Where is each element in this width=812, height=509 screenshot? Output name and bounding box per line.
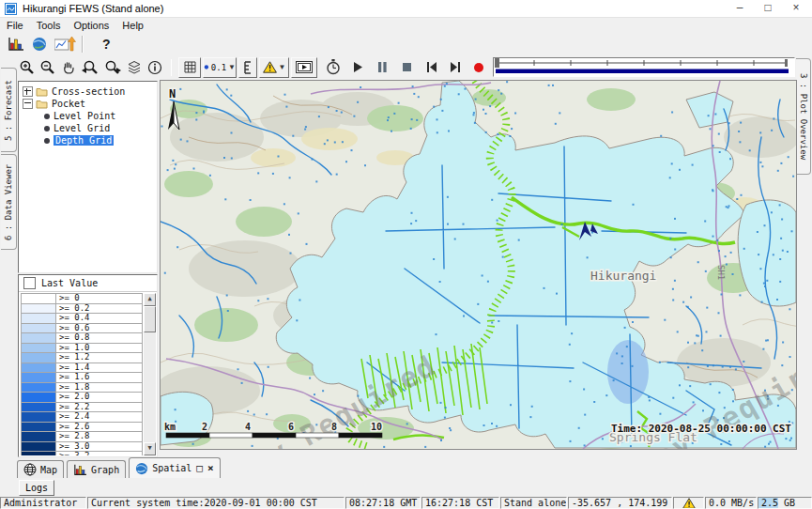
legend-swatch [22,423,56,432]
legend-row[interactable]: >= 2.8 [22,432,143,442]
animation-dialog-button[interactable] [291,57,317,78]
zoom-previous-icon[interactable] [82,60,99,75]
legend-list: >= 0>= 0.2>= 0.4>= 0.6>= 0.8>= 1.0>= 1.2… [21,293,143,455]
collapse-icon[interactable] [23,99,33,109]
scroll-up-icon[interactable]: ▲ [144,293,156,306]
time-slider[interactable] [493,57,795,77]
logs-button[interactable]: Logs [19,480,54,496]
legend-label: >= 1.6 [56,373,143,382]
tab-graph[interactable]: Graph [67,460,126,478]
stop-button[interactable] [402,62,412,72]
legend-row[interactable]: >= 2.0 [22,393,143,403]
legend-label: >= 0 [56,294,143,303]
play-button[interactable] [353,62,363,72]
legend-label: >= 0.4 [56,314,143,323]
legend-scrollbar[interactable]: ▲ ▼ [144,293,156,455]
dot-icon [204,64,209,70]
graph-icon [73,464,87,476]
threshold-dropdown-button[interactable]: 0.1 ▼ [203,57,237,78]
slider-thumb[interactable] [495,58,499,68]
info-icon[interactable] [147,60,162,75]
legend-swatch [22,353,56,362]
legend-panel: Last Value >= 0>= 0.2>= 0.4>= 0.6>= 0.8>… [18,274,158,457]
menu-file[interactable]: File [0,20,30,31]
pause-button[interactable] [377,62,388,72]
ruler-icon [243,61,253,74]
legend-swatch [22,412,56,422]
town-label: Hikurangi [590,269,656,283]
scroll-thumb[interactable] [144,306,156,332]
zoom-in-icon[interactable] [20,60,35,75]
map-view[interactable]: API Key Required API Key Required Hikura… [160,80,797,450]
legend-label: >= 3.0 [56,442,143,452]
legend-label: >= 1.8 [56,383,143,393]
data-viewer-panel: Cross-section Pocket Level Point Level G… [17,80,159,457]
tree-node-cross-section[interactable]: Cross-section [19,85,157,98]
minimize-button[interactable]: – [726,0,754,16]
map-toolbar: 0.1 ▼ ▼ [17,54,796,80]
legend-row[interactable]: >= 1.6 [22,373,143,383]
svg-text:6: 6 [288,422,294,432]
bottom-tab-bar: Map Graph Spatial □ × [17,458,223,478]
menu-bar: File Tools Options Help [0,18,812,33]
legend-swatch [22,393,56,402]
menu-help[interactable]: Help [115,20,150,31]
legend-label: >= 0.8 [56,333,143,343]
timer-icon[interactable] [326,59,341,75]
pan-hand-icon[interactable] [61,60,76,75]
tree-node-label: Cross-section [52,86,125,97]
tree-node-pocket[interactable]: Pocket [19,98,157,110]
tree-node-label: Level Grid [54,123,110,133]
record-button[interactable] [473,62,484,73]
last-value-checkbox[interactable] [23,277,36,289]
legend-row[interactable]: >= 2.4 [22,412,143,423]
legend-swatch [22,363,56,373]
tab-map[interactable]: Map [17,460,64,478]
grid-display-button[interactable] [178,57,201,78]
skip-end-button[interactable] [450,62,461,72]
tab-spatial[interactable]: Spatial □ × [129,457,220,478]
help-button[interactable]: ? [102,37,111,52]
status-memory: 2.5 GB [758,497,812,509]
timeseries-dialog-icon[interactable] [54,37,76,52]
menu-options[interactable]: Options [67,20,115,31]
status-warning-cell[interactable] [673,497,704,509]
svg-text:2: 2 [202,422,207,432]
tree-node-depth-grid[interactable]: Depth Grid [19,134,157,147]
tree-node-level-point[interactable]: Level Point [19,110,157,122]
legend-label: >= 2.4 [56,412,143,422]
tab-forecast[interactable]: 5 : Forecast [1,68,17,152]
zoom-next-icon[interactable] [104,60,121,75]
close-button[interactable]: × [782,0,810,16]
legend-row[interactable]: >= 3.2 [22,452,143,455]
scale-bar-button[interactable] [238,57,257,78]
toolbar-separator [82,36,84,53]
tree-node-label-selected: Depth Grid [54,135,114,146]
globe-icon[interactable] [32,37,47,52]
tree-node-level-grid[interactable]: Level Grid [19,122,157,134]
legend-row[interactable]: >= 0.4 [22,314,143,324]
status-gmt-time: 08:27:18 GMT [345,497,421,509]
expand-icon[interactable] [23,86,33,97]
menu-tools[interactable]: Tools [30,20,68,31]
float-panel-icon[interactable]: □ [196,462,203,474]
layers-icon[interactable] [127,60,142,75]
grid-icon [184,61,196,73]
skip-start-button[interactable] [426,62,437,72]
zoom-out-icon[interactable] [40,60,55,75]
legend-swatch [22,333,56,343]
tab-plot-overview[interactable]: 3 : Plot Overview [796,58,811,175]
close-panel-icon[interactable]: × [207,462,214,474]
status-system-time: Current system time:2020-09-01 00:00 CST [87,497,345,509]
maximize-button[interactable]: □ [754,0,782,16]
scroll-down-icon[interactable]: ▼ [144,442,156,455]
tab-data-viewer[interactable]: 6 : Data Viewer [1,154,17,250]
legend-row[interactable]: >= 1.2 [22,353,143,363]
warning-icon [263,61,277,73]
svg-text:8: 8 [331,422,337,432]
threshold-warning-button[interactable]: ▼ [259,57,289,78]
legend-row[interactable]: >= 0 [22,294,143,304]
forecast-chart-icon[interactable] [8,37,24,52]
legend-row[interactable]: >= 0.8 [22,333,143,344]
svg-text:N: N [169,87,176,100]
